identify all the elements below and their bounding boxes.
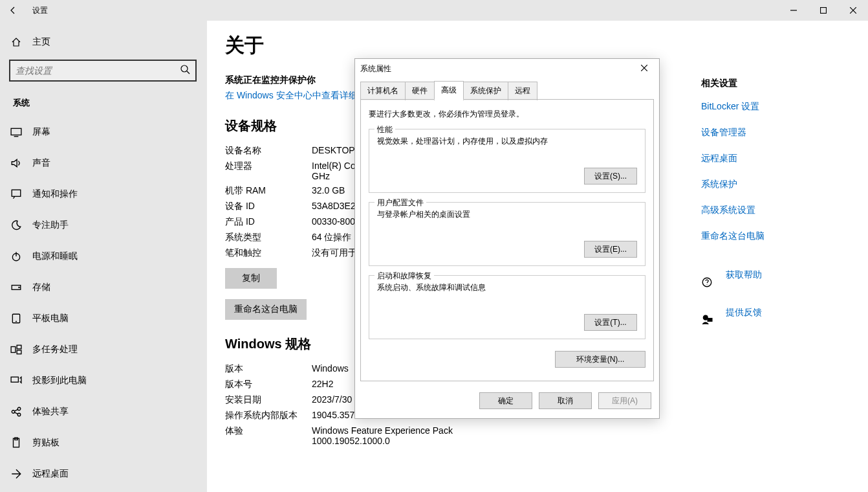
svg-rect-2 [11, 128, 21, 135]
window-controls [779, 0, 868, 21]
nav-label: 存储 [32, 282, 50, 293]
admin-note: 要进行大多数更改，你必须作为管理员登录。 [369, 109, 646, 120]
dialog-tabs: 计算机名 硬件 高级 系统保护 远程 [355, 78, 659, 100]
titlebar: 设置 [0, 0, 868, 21]
nav-label: 屏幕 [32, 126, 50, 138]
nav-display[interactable]: 屏幕 [0, 117, 207, 148]
copy-button[interactable]: 复制 [225, 268, 277, 289]
svg-point-1 [181, 65, 188, 72]
tab-advanced[interactable]: 高级 [434, 81, 464, 100]
search-input[interactable] [16, 65, 180, 76]
related-settings-header: 相关设置 [701, 78, 850, 89]
spec-key: 处理器 [225, 161, 312, 181]
dialog-body: 要进行大多数更改，你必须作为管理员登录。 性能 视觉效果，处理器计划，内存使用，… [360, 99, 654, 381]
spec-key: 笔和触控 [225, 247, 312, 259]
nav-label: 电源和睡眠 [32, 251, 78, 262]
nav-sound[interactable]: 声音 [0, 148, 207, 179]
nav-clipboard[interactable]: 剪贴板 [0, 427, 207, 458]
apply-button[interactable]: 应用(A) [598, 392, 651, 409]
performance-settings-button[interactable]: 设置(S)... [584, 168, 637, 184]
link-remote-desktop[interactable]: 远程桌面 [701, 153, 850, 164]
spec-key: 设备名称 [225, 145, 312, 157]
home-icon [10, 37, 22, 47]
nav-label: 多任务处理 [32, 344, 78, 355]
svg-point-12 [12, 410, 15, 414]
nav-remote[interactable]: 远程桌面 [0, 458, 207, 489]
link-bitlocker[interactable]: BitLocker 设置 [701, 101, 850, 113]
maximize-button[interactable] [808, 0, 838, 21]
spec-key: 系统类型 [225, 232, 312, 243]
startup-recovery-desc: 系统启动、系统故障和调试信息 [377, 282, 637, 293]
storage-icon [10, 282, 22, 293]
tab-remote[interactable]: 远程 [508, 82, 537, 100]
spec-key: 安装日期 [225, 394, 312, 406]
svg-point-17 [702, 278, 711, 287]
svg-rect-11 [11, 377, 18, 382]
minimize-button[interactable] [779, 0, 808, 21]
notification-icon [10, 188, 22, 200]
search-box[interactable] [9, 60, 197, 82]
nav-notifications[interactable]: 通知和操作 [0, 179, 207, 210]
sidebar-section-label: 系统 [0, 92, 207, 117]
feedback-icon [701, 314, 714, 326]
get-help[interactable]: 获取帮助 [701, 269, 850, 295]
search-icon [180, 64, 190, 77]
nav-power[interactable]: 电源和睡眠 [0, 241, 207, 272]
rename-pc-button[interactable]: 重命名这台电脑 [225, 299, 307, 320]
power-icon [10, 251, 22, 262]
close-button[interactable] [838, 0, 868, 21]
environment-variables-button[interactable]: 环境变量(N)... [555, 351, 646, 368]
user-profile-settings-button[interactable]: 设置(E)... [584, 241, 637, 258]
nav-label: 专注助手 [32, 219, 69, 231]
back-button[interactable] [0, 0, 26, 21]
multitask-icon [10, 344, 22, 355]
nav-label: 体验共享 [32, 406, 69, 418]
performance-group: 性能 视觉效果，处理器计划，内存使用，以及虚拟内存 设置(S)... [369, 129, 646, 193]
nav-tablet[interactable]: 平板电脑 [0, 303, 207, 334]
nav-label: 平板电脑 [32, 313, 69, 324]
svg-point-18 [703, 315, 708, 320]
svg-rect-9 [17, 345, 21, 349]
help-icon [701, 276, 714, 288]
link-system-protection[interactable]: 系统保护 [701, 179, 850, 190]
nav-multitask[interactable]: 多任务处理 [0, 334, 207, 365]
moon-icon [10, 219, 22, 231]
dialog-title: 系统属性 [360, 63, 391, 74]
tab-computer-name[interactable]: 计算机名 [360, 82, 406, 100]
give-feedback[interactable]: 提供反馈 [701, 307, 850, 333]
link-rename-pc[interactable]: 重命名这台电脑 [701, 230, 850, 242]
sidebar: 主页 系统 屏幕 声音 通知和操作 专注助手 电源和睡眠 存储 平板电脑 多任务… [0, 21, 207, 492]
sound-icon [10, 157, 22, 169]
link-device-manager[interactable]: 设备管理器 [701, 127, 850, 139]
startup-recovery-legend: 启动和故障恢复 [374, 271, 434, 282]
cancel-button[interactable]: 取消 [539, 392, 592, 409]
svg-point-6 [19, 287, 19, 287]
display-icon [10, 126, 22, 138]
svg-rect-0 [821, 8, 827, 14]
nav-shared[interactable]: 体验共享 [0, 396, 207, 427]
performance-legend: 性能 [374, 124, 395, 135]
spec-key: 体验 [225, 425, 312, 446]
dialog-close-button[interactable] [635, 64, 654, 73]
dialog-titlebar: 系统属性 [355, 59, 659, 78]
nav-storage[interactable]: 存储 [0, 272, 207, 303]
spec-key: 设备 ID [225, 201, 312, 212]
spec-key: 操作系统内部版本 [225, 410, 312, 421]
tab-system-protection[interactable]: 系统保护 [463, 82, 508, 100]
ok-button[interactable]: 确定 [479, 392, 532, 409]
tab-hardware[interactable]: 硬件 [405, 82, 435, 100]
related-settings-panel: 相关设置 BitLocker 设置 设备管理器 远程桌面 系统保护 高级系统设置… [701, 78, 850, 344]
window-title: 设置 [32, 5, 48, 16]
nav-focus[interactable]: 专注助手 [0, 210, 207, 241]
nav-home[interactable]: 主页 [0, 30, 207, 54]
nav-project[interactable]: 投影到此电脑 [0, 365, 207, 396]
nav-label: 远程桌面 [32, 468, 69, 480]
env-vars-row: 环境变量(N)... [369, 348, 646, 368]
share-icon [10, 406, 22, 418]
system-properties-dialog: 系统属性 计算机名 硬件 高级 系统保护 远程 要进行大多数更改，你必须作为管理… [354, 58, 660, 419]
user-profile-desc: 与登录帐户相关的桌面设置 [377, 209, 637, 220]
link-advanced-system[interactable]: 高级系统设置 [701, 205, 850, 216]
get-help-label: 获取帮助 [726, 269, 762, 281]
startup-recovery-settings-button[interactable]: 设置(T)... [584, 314, 637, 331]
spec-key: 机带 RAM [225, 185, 312, 197]
